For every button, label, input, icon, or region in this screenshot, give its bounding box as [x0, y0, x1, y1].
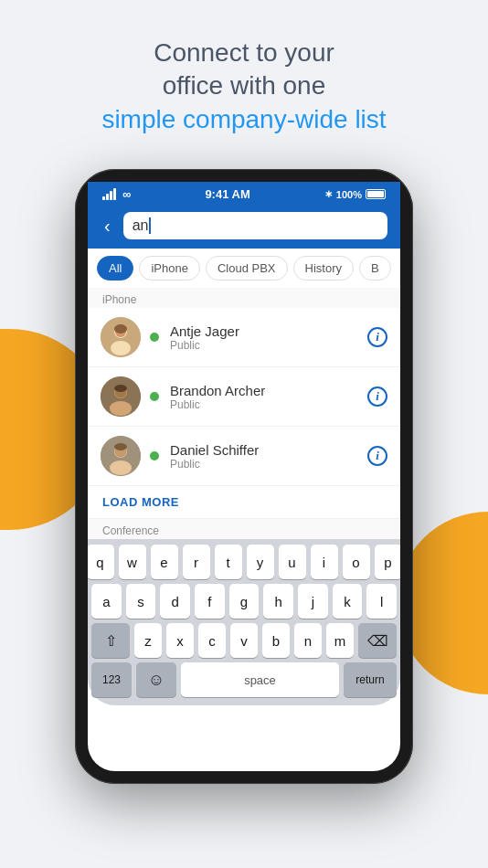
status-time: 9:41 AM — [205, 187, 249, 201]
avatar-image-brandon — [101, 376, 141, 417]
key-o[interactable]: o — [343, 545, 370, 579]
contact-name-brandon: Brandon Archer — [170, 383, 358, 398]
key-i[interactable]: i — [311, 545, 338, 579]
phone-mockup: ∞ 9:41 AM ∗ 100% ‹ an All — [75, 169, 413, 784]
key-z[interactable]: z — [134, 623, 162, 658]
key-c[interactable]: c — [198, 623, 226, 658]
header-text: Connect to your office with one simple c… — [37, 37, 451, 136]
header-line2: office with one — [163, 71, 326, 100]
tab-iphone[interactable]: iPhone — [139, 256, 199, 281]
contact-item-daniel[interactable]: Daniel Schiffer Public i — [88, 427, 400, 486]
key-k[interactable]: k — [333, 584, 363, 619]
text-cursor — [149, 217, 151, 234]
key-f[interactable]: f — [195, 584, 225, 619]
tab-all[interactable]: All — [97, 256, 133, 281]
avatar-image-antje — [101, 317, 141, 357]
keyboard-row-2: a s d f g h j k l — [91, 584, 397, 619]
keyboard-row-4: 123 ☺ space return — [91, 662, 397, 697]
tab-b[interactable]: B — [359, 256, 391, 281]
search-query-text: an — [133, 217, 149, 234]
status-right: ∗ 100% — [324, 188, 386, 200]
svg-point-14 — [114, 443, 127, 450]
info-button-daniel[interactable]: i — [367, 446, 387, 466]
return-key[interactable]: return — [344, 662, 397, 697]
delete-key[interactable]: ⌫ — [358, 623, 397, 658]
wifi-icon: ∞ — [122, 187, 131, 201]
contact-name-daniel: Daniel Schiffer — [170, 442, 358, 458]
search-bar: ‹ an — [88, 205, 400, 249]
svg-point-9 — [114, 385, 127, 392]
avatar-image-daniel — [101, 436, 141, 476]
key-y[interactable]: y — [247, 545, 274, 579]
contact-name-antje: Antje Jager — [170, 323, 358, 339]
phone-outer: ∞ 9:41 AM ∗ 100% ‹ an All — [75, 169, 413, 784]
key-b[interactable]: b — [262, 623, 290, 658]
contact-status-daniel: Public — [170, 458, 358, 471]
key-t[interactable]: t — [215, 545, 242, 579]
key-w[interactable]: w — [119, 545, 146, 579]
bluetooth-icon: ∗ — [324, 188, 333, 200]
filter-tabs: All iPhone Cloud PBX History B — [88, 249, 400, 288]
online-indicator-antje — [150, 333, 159, 342]
key-e[interactable]: e — [151, 545, 178, 579]
status-bar: ∞ 9:41 AM ∗ 100% — [88, 182, 400, 205]
key-x[interactable]: x — [166, 623, 194, 658]
battery-label: 100% — [336, 189, 362, 200]
emoji-key[interactable]: ☺ — [136, 662, 176, 697]
key-v[interactable]: v — [230, 623, 258, 658]
load-more-button[interactable]: LOAD MORE — [88, 486, 400, 519]
tab-history[interactable]: History — [293, 256, 354, 281]
back-button[interactable]: ‹ — [101, 214, 114, 238]
online-indicator-brandon — [150, 392, 159, 401]
header-section: Connect to your office with one simple c… — [0, 0, 488, 154]
shift-key[interactable]: ⇧ — [91, 623, 130, 658]
avatar-antje — [101, 317, 141, 357]
space-key[interactable]: space — [181, 662, 339, 697]
tab-cloud-pbx[interactable]: Cloud PBX — [206, 256, 288, 281]
svg-point-2 — [111, 341, 131, 355]
key-u[interactable]: u — [279, 545, 306, 579]
key-j[interactable]: j — [298, 584, 328, 619]
section-header-conference: Conference — [88, 519, 400, 539]
phone-screen: ‹ an All iPhone Cloud PBX History B iPho… — [88, 205, 400, 771]
signal-icon — [102, 188, 116, 200]
contact-info-antje: Antje Jager Public — [170, 323, 358, 352]
battery-icon — [366, 189, 386, 199]
key-m[interactable]: m — [326, 623, 354, 658]
key-g[interactable]: g — [229, 584, 260, 619]
key-a[interactable]: a — [91, 584, 122, 619]
key-r[interactable]: r — [183, 545, 210, 579]
header-line1: Connect to your — [154, 38, 334, 67]
key-l[interactable]: l — [366, 584, 397, 619]
keyboard-row-1: q w e r t y u i o p — [91, 545, 397, 579]
key-q[interactable]: q — [88, 545, 114, 579]
svg-point-4 — [114, 324, 127, 333]
online-indicator-daniel — [150, 451, 159, 460]
avatar-daniel — [101, 436, 141, 476]
keyboard: q w e r t y u i o p a s d f g — [88, 539, 400, 705]
contact-item-antje[interactable]: Antje Jager Public i — [88, 308, 400, 367]
avatar-brandon — [101, 376, 141, 417]
status-left: ∞ — [102, 187, 131, 201]
svg-point-12 — [110, 460, 132, 475]
contact-info-daniel: Daniel Schiffer Public — [170, 442, 358, 471]
key-p[interactable]: p — [375, 545, 401, 579]
search-input[interactable]: an — [123, 212, 387, 239]
header-line3-highlight: simple company-wide list — [101, 105, 386, 133]
key-d[interactable]: d — [160, 584, 190, 619]
section-header-iphone: iPhone — [88, 288, 400, 308]
numbers-key[interactable]: 123 — [91, 662, 132, 697]
contact-status-antje: Public — [170, 339, 358, 352]
contact-info-brandon: Brandon Archer Public — [170, 383, 358, 411]
svg-point-7 — [110, 401, 132, 416]
contact-status-brandon: Public — [170, 398, 358, 411]
info-button-antje[interactable]: i — [367, 327, 387, 347]
key-s[interactable]: s — [126, 584, 156, 619]
info-button-brandon[interactable]: i — [367, 386, 387, 407]
contact-item-brandon[interactable]: Brandon Archer Public i — [88, 367, 400, 427]
keyboard-row-3: ⇧ z x c v b n m ⌫ — [91, 623, 397, 658]
key-n[interactable]: n — [294, 623, 322, 658]
key-h[interactable]: h — [263, 584, 293, 619]
